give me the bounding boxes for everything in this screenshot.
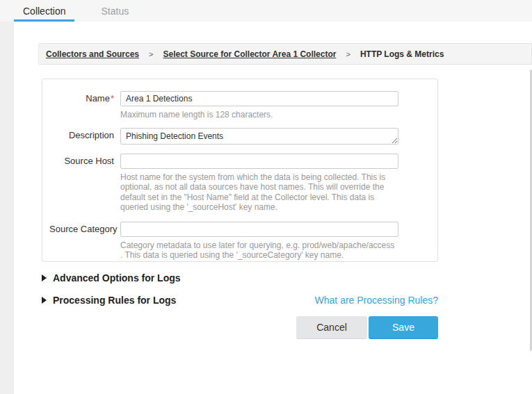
source-category-input[interactable] [120,222,398,237]
source-category-label: Source Category [49,222,120,261]
processing-rules-toggle[interactable]: Processing Rules for Logs [42,295,176,306]
breadcrumb-link-collectors-and-sources[interactable]: Collectors and Sources [46,49,139,59]
tab-collection[interactable]: Collection [14,3,74,22]
source-host-helper-text: Host name for the system from which the … [120,172,398,213]
form-row-source-host: Source Host Host name for the system fro… [49,154,437,213]
tab-status[interactable]: Status [92,3,138,22]
breadcrumb-current-page: HTTP Logs & Metrics [360,49,444,59]
advanced-options-toggle[interactable]: Advanced Options for Logs [42,272,181,284]
section-row-advanced-options: Advanced Options for Logs [42,272,438,284]
source-host-label: Source Host [49,154,120,213]
app-window: Collection Status Collectors and Sources… [0,0,532,394]
tab-status-label: Status [101,6,129,17]
name-helper-text: Maximum name length is 128 characters. [120,110,398,120]
description-textarea[interactable]: Phishing Detection Events [120,128,398,145]
cancel-button[interactable]: Cancel [296,316,367,339]
source-category-helper-text: Category metadata to use later for query… [120,240,398,261]
expand-arrow-icon [42,274,47,281]
required-asterisk: * [111,93,114,104]
breadcrumb: Collectors and Sources > Select Source f… [38,43,532,65]
form-action-buttons: Cancel Save [42,316,438,339]
processing-rules-help-link[interactable]: What are Processing Rules? [315,295,438,306]
name-input[interactable] [120,91,398,106]
left-gutter [0,22,14,394]
form-row-description: Description Phishing Detection Events [49,128,437,147]
processing-rules-title: Processing Rules for Logs [53,295,176,306]
tab-collection-label: Collection [23,6,65,17]
form-row-name: Name* Maximum name length is 128 charact… [49,91,437,120]
advanced-options-title: Advanced Options for Logs [53,272,181,284]
top-tab-bar: Collection Status [0,0,532,22]
save-button[interactable]: Save [369,316,438,339]
name-label: Name* [49,91,120,120]
expand-arrow-icon [42,297,47,304]
source-config-card: Name* Maximum name length is 128 charact… [42,79,438,262]
breadcrumb-separator: > [149,50,153,58]
section-row-processing-rules: Processing Rules for Logs What are Proce… [42,295,438,306]
description-label: Description [49,128,120,147]
breadcrumb-link-select-source[interactable]: Select Source for Collector Area 1 Colle… [163,49,336,59]
form-row-source-category: Source Category Category metadata to use… [49,222,437,261]
source-host-input[interactable] [120,154,398,169]
breadcrumb-separator: > [346,50,350,58]
